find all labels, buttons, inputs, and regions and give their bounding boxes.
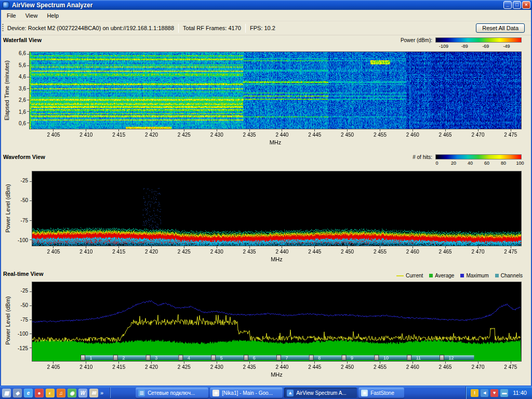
task-button-area: ▥ Сетевые подключ... ◉ [Nika1] - Main - … [136,388,404,398]
x-tick-label: 2 415 [106,364,132,370]
tray-icon[interactable]: ! [471,389,478,397]
y-tick-label: -50 [21,302,28,308]
waterfall-legend-label: Power (dBm): [370,37,432,43]
title-bar[interactable]: AirView Spectrum Analyzer _ □ × [0,0,532,10]
waveform-view-title: Waveform View [3,154,45,160]
quick-launch-icon[interactable]: W [78,389,87,397]
x-tick-label: 2 475 [498,364,524,370]
x-tick-label: 2 440 [269,364,295,370]
x-tick-label: 2 410 [73,249,99,255]
legend-swatch-icon [460,274,464,277]
realtime-spectrum-plot [32,282,521,361]
y-tick-label: -25 [21,178,28,183]
x-tick-label: 2 430 [204,132,230,138]
tray-icon[interactable]: ◄ [481,389,488,397]
task-button-label: Сетевые подключ... [148,390,195,396]
legend-item-label: Current [406,273,423,278]
quick-launch-overflow-icon[interactable]: » [100,390,103,396]
x-tick-label: 2 470 [465,249,491,255]
waterfall-view-title: Waterfall View [3,37,42,43]
taskbar-task-button[interactable]: ▣ FastStone [358,388,404,398]
x-tick-label: 2 440 [269,249,295,255]
menu-item[interactable]: Help [42,11,63,20]
task-app-icon: ◉ [212,390,219,396]
x-tick-label: 2 465 [432,132,458,138]
y-tick-label: 5,6 [19,62,26,68]
quick-launch-glyph-icon: ◐ [48,390,51,396]
realtime-view-title: Real-time View [3,271,43,277]
x-tick-label: 2 450 [335,132,361,138]
waveform-x-tick-marks [53,246,511,248]
fps-indicator: FPS: 10.2 [250,25,275,31]
quick-launch-icon[interactable]: ◉ [68,389,76,397]
taskbar-task-button[interactable]: ▲ AirView Spectrum A... [284,388,357,398]
maximize-button[interactable]: □ [513,1,521,9]
toolbar: Device: Rocket M2 (00272244BCA0) on ubnt… [0,21,532,35]
x-tick-label: 2 465 [432,364,458,370]
legend-item-label: Average [435,273,454,278]
menu-item[interactable]: View [21,11,43,20]
y-tick-label: -50 [21,197,28,203]
quick-launch-icon[interactable]: e [24,389,33,397]
tray-icon[interactable]: ▬ [500,389,508,397]
waveform-histogram-plot [32,171,521,246]
x-tick-label: 2 425 [171,249,197,255]
quick-launch-icon[interactable]: ◐ [46,389,55,397]
y-tick-label: -25 [21,288,28,294]
legend-swatch-icon [396,275,404,276]
airview-window: AirView Spectrum Analyzer _ □ × FileView… [0,0,532,399]
x-tick-label: 2 475 [498,249,524,255]
legend-item-label: Channels [501,273,523,278]
taskbar-clock[interactable]: 11:40 [513,390,527,396]
realtime-y-tick-marks [30,291,32,348]
waterfall-legend-gradient [435,37,522,43]
x-tick-label: 2 440 [269,132,295,138]
realtime-legend: Current Average Maximum Channels [396,273,523,278]
close-button[interactable]: × [522,1,530,9]
x-tick-label: 2 405 [41,249,66,255]
reset-all-data-button[interactable]: Reset All Data [476,23,525,33]
waveform-y-tick-labels: -25-50-75-100 [8,178,28,243]
task-app-icon: ▣ [361,390,368,396]
tray-icon[interactable]: ♥ [490,389,498,397]
quick-launch-glyph-icon: e [27,390,30,396]
quick-launch-glyph-icon: ◆ [16,390,20,396]
legend-item: Current [396,273,423,278]
quick-launch-icon[interactable]: ♫ [57,389,65,397]
menu-bar: FileViewHelp [0,10,532,21]
tray-icon-area: !◄♥▬ [471,389,508,397]
quick-launch-area: ▦◆e●◐♫◉W✉ [2,389,98,397]
menu-item[interactable]: File [2,11,21,20]
x-tick-label: 2 420 [139,364,165,370]
waveform-x-tick-labels: 2 4052 4102 4152 4202 4252 4302 4352 440… [41,249,524,255]
minimize-button[interactable]: _ [503,1,512,9]
legend-item: Average [429,273,454,278]
quick-launch-icon[interactable]: ◆ [13,389,22,397]
legend-swatch-icon [495,274,499,277]
waterfall-x-axis-label: MHz [30,139,521,145]
x-tick-label: 2 460 [400,132,425,138]
x-tick-label: 2 460 [400,364,425,370]
realtime-y-tick-labels: -25-50-75-100-125 [8,288,28,351]
x-tick-label: 2 405 [41,132,66,138]
waterfall-spectrogram [30,52,521,129]
toolbar-separator [178,24,179,33]
toolbar-grip-handle[interactable] [2,24,4,32]
x-tick-label: 2 450 [335,249,361,255]
taskbar-task-button[interactable]: ▥ Сетевые подключ... [136,388,208,398]
menu-items: FileViewHelp [2,11,63,20]
legend-item-label: Maximum [466,273,488,278]
legend-item: Maximum [460,273,488,278]
x-tick-label: 2 405 [41,364,66,370]
quick-launch-icon[interactable]: ▦ [2,389,11,397]
total-rf-frames: Total RF Frames: 4170 [183,25,241,31]
x-tick-label: 2 445 [302,364,328,370]
y-tick-label: 4,6 [19,74,26,79]
quick-launch-icon[interactable]: ● [35,389,44,397]
quick-launch-icon[interactable]: ✉ [89,389,98,397]
taskbar-task-button[interactable]: ◉ [Nika1] - Main - Goo... [210,388,283,398]
x-tick-label: 2 425 [171,364,197,370]
x-tick-label: 2 410 [73,132,99,138]
y-tick-label: 1,6 [19,109,26,115]
x-tick-label: 2 415 [106,249,132,255]
